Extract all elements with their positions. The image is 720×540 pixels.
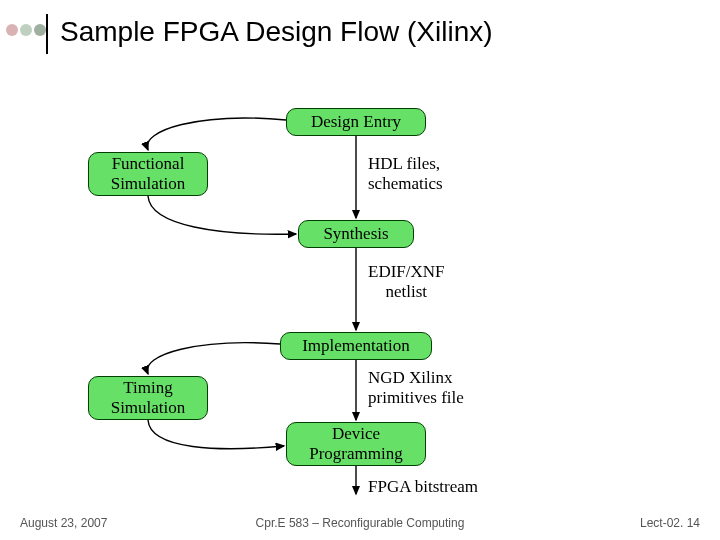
- slide: Sample FPGA Design Flow (Xilinx) Design …: [0, 0, 720, 540]
- label-edif-netlist: EDIF/XNF netlist: [368, 262, 445, 301]
- title-bar: Sample FPGA Design Flow (Xilinx): [0, 14, 720, 54]
- page-title: Sample FPGA Design Flow (Xilinx): [60, 16, 493, 48]
- box-design-entry: Design Entry: [286, 108, 426, 136]
- dot-2: [20, 24, 32, 36]
- box-timing-simulation: Timing Simulation: [88, 376, 208, 420]
- box-synthesis: Synthesis: [298, 220, 414, 248]
- label-hdl-files: HDL files, schematics: [368, 154, 443, 193]
- label-fpga-bitstream: FPGA bitstream: [368, 477, 478, 497]
- label-ngd-file: NGD Xilinx primitives file: [368, 368, 464, 407]
- title-dots: [6, 24, 46, 36]
- footer-page: Lect-02. 14: [640, 516, 700, 530]
- footer-course: Cpr.E 583 – Reconfigurable Computing: [0, 516, 720, 530]
- box-implementation: Implementation: [280, 332, 432, 360]
- box-functional-simulation: Functional Simulation: [88, 152, 208, 196]
- box-device-programming: Device Programming: [286, 422, 426, 466]
- dot-1: [6, 24, 18, 36]
- title-divider-icon: [46, 14, 48, 54]
- dot-3: [34, 24, 46, 36]
